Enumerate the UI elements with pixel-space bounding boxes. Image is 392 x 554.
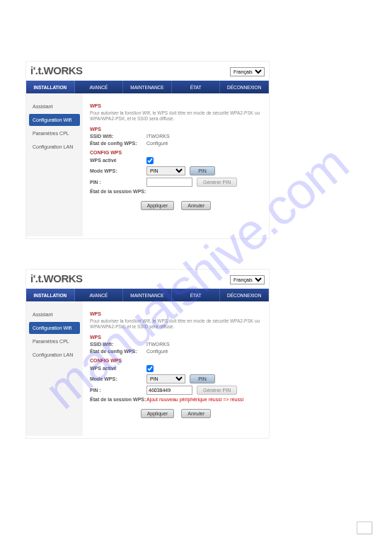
tab-deconnexion[interactable]: DÉCONNEXION — [220, 81, 269, 93]
wps-state-value: Configuré — [146, 141, 168, 146]
form-actions: Appliquer Annuler — [90, 409, 262, 418]
form-actions: Appliquer Annuler — [90, 201, 262, 210]
wps-active-checkbox[interactable] — [146, 365, 154, 372]
section-title-wps2: WPS — [90, 127, 262, 132]
wps-active-label: WPS activé — [90, 158, 146, 163]
section-title-config-wps: CONFIG WPS — [90, 358, 262, 363]
sidebar-item-param-cpl[interactable]: Paramètres CPL — [29, 127, 80, 139]
wps-mode-label: Mode WPS: — [90, 168, 146, 173]
pin-label: PIN : — [90, 388, 146, 393]
tab-etat[interactable]: ÉTAT — [172, 81, 221, 93]
header-bar: i'.t.WORKS Français — [26, 270, 269, 289]
nav-tabs: INSTALLATION AVANCÉ MAINTENANCE ÉTAT DÉC… — [26, 289, 269, 301]
wps-mode-select[interactable]: PIN — [146, 166, 185, 175]
sidebar-item-param-cpl[interactable]: Paramètres CPL — [29, 335, 80, 347]
tab-deconnexion[interactable]: DÉCONNEXION — [220, 289, 269, 301]
pin-button[interactable]: PIN — [190, 374, 215, 383]
wps-active-checkbox[interactable] — [146, 157, 154, 164]
router-ui-panel-2: i'.t.WORKS Français INSTALLATION AVANCÉ … — [25, 269, 270, 439]
section-title-wps2: WPS — [90, 335, 262, 340]
router-ui-panel-1: i'.t.WORKS Français INSTALLATION AVANCÉ … — [25, 61, 270, 239]
session-state-label: État de la session WPS: — [90, 189, 146, 194]
ssid-value: ITWORKS — [146, 342, 170, 347]
sidebar-item-config-lan[interactable]: Configuration LAN — [29, 349, 80, 361]
ssid-value: ITWORKS — [146, 134, 170, 139]
cancel-button[interactable]: Annuler — [181, 409, 211, 418]
content-area: WPS Pour autoriser la fonction Wifi, le … — [83, 301, 269, 436]
session-state-label: État de la session WPS: — [90, 397, 146, 402]
generate-pin-button[interactable]: Générer PIN — [197, 178, 237, 187]
wps-description: Pour autoriser la fonction Wifi, le WPS … — [90, 318, 262, 330]
sidebar-item-config-wifi[interactable]: Configuration Wifi — [29, 322, 80, 334]
pin-button[interactable]: PIN — [190, 166, 215, 175]
wps-state-label: État de config WPS: — [90, 349, 146, 354]
tab-maintenance[interactable]: MAINTENANCE — [123, 289, 172, 301]
pin-input[interactable] — [146, 178, 192, 187]
section-title-wps: WPS — [90, 103, 262, 108]
tab-maintenance[interactable]: MAINTENANCE — [123, 81, 172, 93]
tab-installation[interactable]: INSTALLATION — [26, 289, 75, 301]
language-select[interactable]: Français — [230, 275, 265, 284]
content-area: WPS Pour autoriser la fonction Wifi, le … — [83, 93, 269, 236]
apply-button[interactable]: Appliquer — [141, 409, 175, 418]
wps-state-label: État de config WPS: — [90, 141, 146, 146]
sidebar: Assistant Configuration Wifi Paramètres … — [26, 301, 83, 436]
wps-mode-label: Mode WPS: — [90, 376, 146, 381]
tab-installation[interactable]: INSTALLATION — [26, 81, 75, 93]
session-state-value: Ajout nouveau périphérique réussi => réu… — [146, 397, 243, 402]
wps-active-label: WPS activé — [90, 366, 146, 371]
sidebar-item-assistant[interactable]: Assistant — [29, 100, 80, 112]
ssid-label: SSID Wifi: — [90, 134, 146, 139]
tab-avance[interactable]: AVANCÉ — [75, 289, 124, 301]
apply-button[interactable]: Appliquer — [141, 201, 175, 210]
cancel-button[interactable]: Annuler — [181, 201, 211, 210]
sidebar: Assistant Configuration Wifi Paramètres … — [26, 93, 83, 236]
header-bar: i'.t.WORKS Français — [26, 62, 269, 81]
sidebar-item-assistant[interactable]: Assistant — [29, 308, 80, 321]
page-fold-icon — [357, 521, 372, 534]
wps-description: Pour autoriser la fonction Wifi, le WPS … — [90, 110, 262, 122]
logo: i'.t.WORKS — [30, 64, 83, 76]
tab-etat[interactable]: ÉTAT — [172, 289, 221, 301]
wps-mode-select[interactable]: PIN — [146, 374, 185, 383]
section-title-config-wps: CONFIG WPS — [90, 150, 262, 155]
language-select[interactable]: Français — [230, 67, 265, 76]
pin-label: PIN : — [90, 180, 146, 185]
ssid-label: SSID Wifi: — [90, 342, 146, 347]
sidebar-item-config-lan[interactable]: Configuration LAN — [29, 141, 80, 153]
nav-tabs: INSTALLATION AVANCÉ MAINTENANCE ÉTAT DÉC… — [26, 81, 269, 93]
tab-avance[interactable]: AVANCÉ — [75, 81, 124, 93]
section-title-wps: WPS — [90, 311, 262, 316]
sidebar-item-config-wifi[interactable]: Configuration Wifi — [29, 114, 80, 126]
pin-input[interactable] — [146, 386, 192, 395]
generate-pin-button[interactable]: Générer PIN — [197, 386, 237, 395]
logo: i'.t.WORKS — [30, 272, 83, 284]
wps-state-value: Configuré — [146, 349, 168, 354]
